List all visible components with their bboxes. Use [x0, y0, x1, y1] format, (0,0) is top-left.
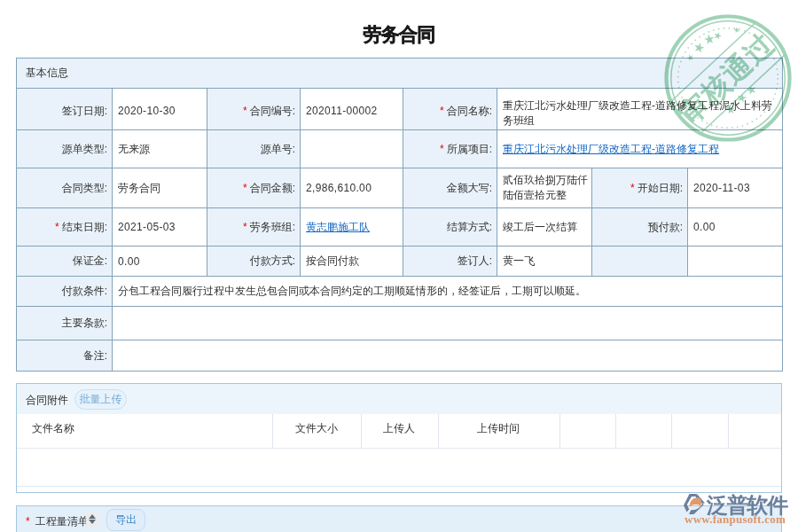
svg-text:审核通过: 审核通过 [673, 27, 780, 129]
